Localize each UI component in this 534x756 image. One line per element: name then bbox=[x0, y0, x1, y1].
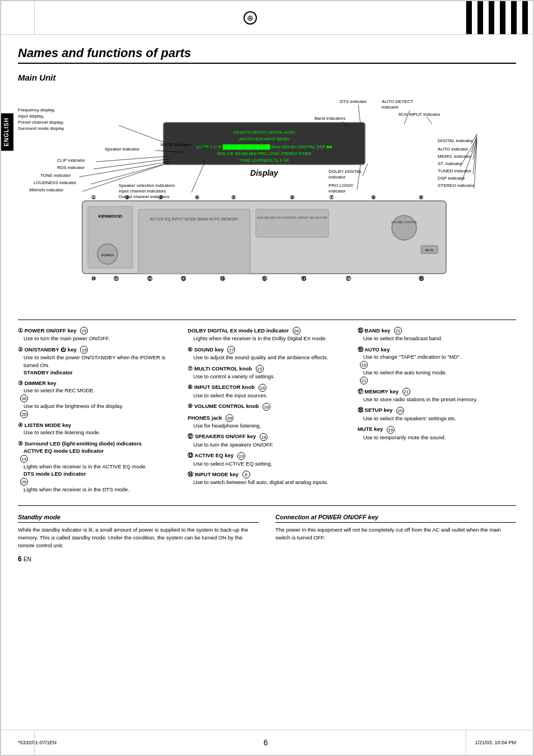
key-ref-onstandby: 15 bbox=[80, 346, 88, 354]
key-title-dimmer: ③ DIMMER key bbox=[18, 380, 57, 386]
top-center: ⊕ bbox=[35, 1, 466, 34]
top-strip: ⊕ bbox=[1, 1, 533, 35]
svg-text:MUTE  L C R  ███████████████  : MUTE L C R ███████████████ MHz DOLBY DIG… bbox=[196, 144, 332, 150]
key-entry-multi-ctrl: ⑦ MULTI CONTROL knob 15 Use to control a… bbox=[188, 365, 346, 381]
standby-title: Standby mode bbox=[18, 513, 259, 523]
svg-text:96kHzfs indicator: 96kHzfs indicator bbox=[29, 187, 64, 192]
key-entry-dimmer: ③ DIMMER key Use to select the REC MODE.… bbox=[18, 379, 176, 418]
key-title-band: ⑮ BAND key bbox=[358, 327, 391, 334]
key-ref-auto1: 18 bbox=[360, 361, 368, 369]
key-desc-setup: Use to select the speakers' settings etc… bbox=[363, 415, 516, 422]
svg-text:Output channel indicators: Output channel indicators bbox=[119, 194, 170, 199]
svg-text:DOLBY DIGITAL: DOLBY DIGITAL bbox=[329, 169, 362, 174]
key-title-active-eq-key: ⑬ ACTIVE EQ key bbox=[188, 452, 233, 458]
svg-text:AM  DTS   6CH INPUT  MEMO: AM DTS 6CH INPUT MEMO bbox=[240, 137, 289, 141]
key-desc-dimmer2: Use to adjust the brightness of the disp… bbox=[24, 402, 176, 410]
svg-text:AUTO DETECT: AUTO DETECT bbox=[382, 99, 413, 104]
svg-text:TONE  LOUDNESS  SL S SR: TONE LOUDNESS SL S SR bbox=[240, 158, 289, 162]
page-title: Names and functions of parts bbox=[18, 46, 516, 64]
key-title-input-mode: ⑭ INPUT MODE key bbox=[188, 471, 238, 477]
key-title-power: ① POWER ON/OFF key bbox=[18, 327, 77, 334]
page-num-label: 6 EN bbox=[18, 554, 259, 564]
svg-text:⑭: ⑭ bbox=[220, 276, 226, 281]
key-ref-multi-ctrl: 15 bbox=[256, 365, 264, 373]
svg-text:⑨: ⑨ bbox=[419, 195, 423, 200]
key-desc-input-sel: Use to select the input sources. bbox=[193, 392, 346, 399]
svg-line-54 bbox=[91, 163, 169, 184]
svg-text:Input display,: Input display, bbox=[18, 114, 44, 119]
svg-text:STEREO indicator: STEREO indicator bbox=[438, 183, 475, 188]
key-ref-memory: 21 bbox=[402, 388, 410, 396]
svg-text:CLIP indicator: CLIP indicator bbox=[57, 158, 85, 163]
diagram-area: FM AUTO DETECT DIGITAL AUTO AM DTS 6CH I… bbox=[18, 89, 516, 313]
bottom-divider bbox=[18, 505, 516, 506]
footer: *5332/01-07/1EN 6 1/21/03, 10:04 PM bbox=[1, 730, 533, 755]
key-desc-mute: Use to temporarily mute the sound. bbox=[363, 434, 516, 441]
key-title-surround-led: ⑤ Surround LED (light-emitting diode) in… bbox=[18, 440, 142, 447]
svg-line-42 bbox=[119, 125, 163, 142]
key-entry-surround-led: ⑤ Surround LED (light-emitting diode) in… bbox=[18, 440, 176, 493]
footer-left-box bbox=[1, 730, 35, 755]
key-ref-dimmer1: 26 bbox=[20, 395, 28, 402]
svg-line-52 bbox=[79, 162, 169, 177]
side-tab-english: ENGLISH bbox=[1, 113, 13, 151]
key-ref-mute: 19 bbox=[387, 426, 395, 434]
key-desc-dimmer1: Use to select the REC MODE. bbox=[24, 387, 176, 394]
key-entry-input-mode: ⑭ INPUT MODE key 8 Use to switch between… bbox=[188, 471, 346, 486]
top-left-box bbox=[1, 1, 35, 34]
footer-right-box bbox=[466, 730, 533, 755]
svg-text:FM  AUTO DETECT  DIGITAL  AUTO: FM AUTO DETECT DIGITAL AUTO bbox=[233, 130, 296, 134]
svg-text:indicator: indicator bbox=[329, 175, 346, 180]
key-ref-speakers-onoff: 18 bbox=[260, 433, 268, 441]
svg-text:RDS  LFE  SW  AM   MHz  PRO LO: RDS LFE SW AM MHz PRO LOGIC STEREO TUNED bbox=[217, 152, 312, 156]
svg-text:KENWOOD: KENWOOD bbox=[99, 214, 123, 219]
svg-text:⑱: ⑱ bbox=[419, 276, 424, 281]
connection-title: Connection at POWER ON/OFF key bbox=[275, 513, 516, 523]
key-col-3: ⑮ BAND key 21 Use to select the broadcas… bbox=[358, 327, 516, 496]
svg-text:Display: Display bbox=[250, 168, 279, 177]
key-title-active-eq-led: ACTIVE EQ mode LED indicator bbox=[24, 447, 176, 454]
svg-text:⑩: ⑩ bbox=[91, 276, 96, 281]
key-ref-sound: 27 bbox=[227, 346, 235, 354]
key-entry-active-eq-key: ⑬ ACTIVE EQ key 19 Use to select ACTIVE … bbox=[188, 452, 346, 467]
key-ref-band: 21 bbox=[394, 327, 402, 335]
svg-point-16 bbox=[392, 215, 416, 240]
svg-text:⑰: ⑰ bbox=[346, 276, 352, 281]
key-desc-dolby-ex: Lights when the receiver is in the Dolby… bbox=[193, 335, 346, 342]
connection-text: The power in this equipment will not be … bbox=[275, 526, 516, 542]
key-title-vol-ctrl: ⑨ VOLUME CONTROL knob bbox=[188, 403, 259, 409]
bottom-sections: Standby mode While the standby indicator… bbox=[18, 513, 516, 564]
svg-text:MUTE: MUTE bbox=[425, 248, 434, 252]
svg-text:⑦: ⑦ bbox=[329, 195, 334, 200]
key-title-multi-ctrl: ⑦ MULTI CONTROL knob bbox=[188, 365, 252, 372]
key-desc-multi-ctrl: Use to control a variety of settings. bbox=[193, 373, 346, 380]
key-desc-active-eq-led: Lights when the receiver is in the ACTIV… bbox=[24, 463, 176, 470]
key-title-mute: MUTE key bbox=[358, 426, 383, 432]
svg-line-50 bbox=[93, 159, 169, 169]
svg-line-65 bbox=[358, 105, 360, 124]
key-title-listen: ④ LISTEN MODE key bbox=[18, 422, 71, 428]
key-entry-sound: ⑥ SOUND key 27 Use to adjust the sound q… bbox=[188, 346, 346, 361]
key-title-dts-led: DTS mode LED indicator bbox=[24, 470, 176, 477]
svg-line-75 bbox=[357, 165, 360, 190]
svg-text:⑮: ⑮ bbox=[262, 276, 268, 281]
key-desc-input-mode: Use to switch between full auto, digital… bbox=[193, 478, 346, 486]
svg-text:TONE indicator: TONE indicator bbox=[40, 173, 71, 178]
key-desc-active-eq-key: Use to select ACTIVE EQ setting. bbox=[193, 460, 346, 467]
key-entry-listen: ④ LISTEN MODE key Use to select the list… bbox=[18, 421, 176, 436]
key-desc-phones: Use for headphone listening. bbox=[193, 422, 346, 429]
key-ref-auto2: 21 bbox=[360, 377, 368, 384]
svg-text:indicator: indicator bbox=[329, 189, 346, 194]
key-entry-auto: ⑯ AUTO key Use to change "TAPE" indicati… bbox=[358, 346, 516, 384]
svg-text:VOLUME CONTROL: VOLUME CONTROL bbox=[391, 220, 418, 224]
key-desc-power: Use to turn the main power ON/OFF. bbox=[24, 335, 176, 342]
key-desc-memory: Use to store radio stations in the prese… bbox=[363, 396, 516, 403]
section-title: Main Unit bbox=[18, 73, 516, 82]
key-desc-band: Use to select the broadcast band. bbox=[363, 335, 516, 342]
key-ref-dolby-ex: 26 bbox=[293, 327, 301, 335]
svg-text:Speaker selection indicators: Speaker selection indicators bbox=[119, 183, 175, 188]
key-ref-input-mode: 8 bbox=[242, 471, 250, 478]
svg-text:ST. indicator: ST. indicator bbox=[438, 161, 462, 166]
svg-text:MUTE indicator: MUTE indicator bbox=[161, 142, 191, 147]
key-entry-setup: ⑱ SETUP key 25 Use to select the speaker… bbox=[358, 406, 516, 422]
